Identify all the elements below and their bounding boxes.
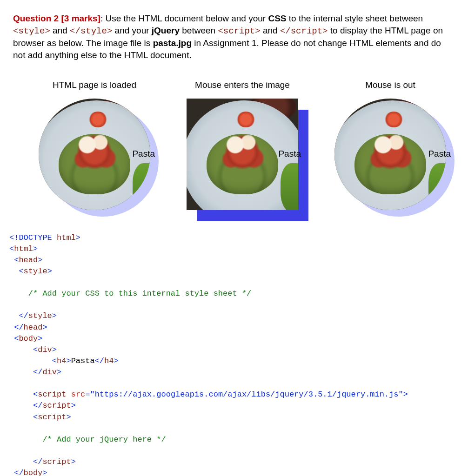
state-hover-title: Mouse enters the image: [178, 80, 307, 90]
code-block: <!DOCTYPE html> <html> <head> <style> /*…: [9, 232, 455, 476]
pasta-hover-figure: Pasta: [187, 99, 298, 210]
inline-code-style-open: <style>: [13, 26, 50, 36]
state-out: Mouse is out Pasta: [326, 80, 455, 210]
state-hover: Mouse enters the image Pasta: [178, 80, 307, 210]
pasta-label: Pasta: [278, 149, 301, 159]
inline-code-script-close: </script>: [280, 26, 328, 36]
state-loaded: HTML page is loaded Pasta: [30, 80, 159, 210]
inline-code-script-open: <script>: [218, 26, 260, 36]
state-loaded-title: HTML page is loaded: [30, 80, 159, 90]
pasta-out-figure: Pasta: [334, 99, 446, 210]
state-row: HTML page is loaded Pasta Mouse enters t…: [30, 80, 455, 210]
pasta-label: Pasta: [428, 149, 451, 159]
inline-code-style-close: </style>: [70, 26, 112, 36]
pasta-label: Pasta: [132, 149, 155, 159]
question-label: Question 2 [3 marks]: [13, 13, 100, 23]
question-text: Question 2 [3 marks]: Use the HTML docum…: [13, 13, 455, 61]
pasta-loaded-figure: Pasta: [39, 99, 150, 210]
state-out-title: Mouse is out: [326, 80, 455, 90]
